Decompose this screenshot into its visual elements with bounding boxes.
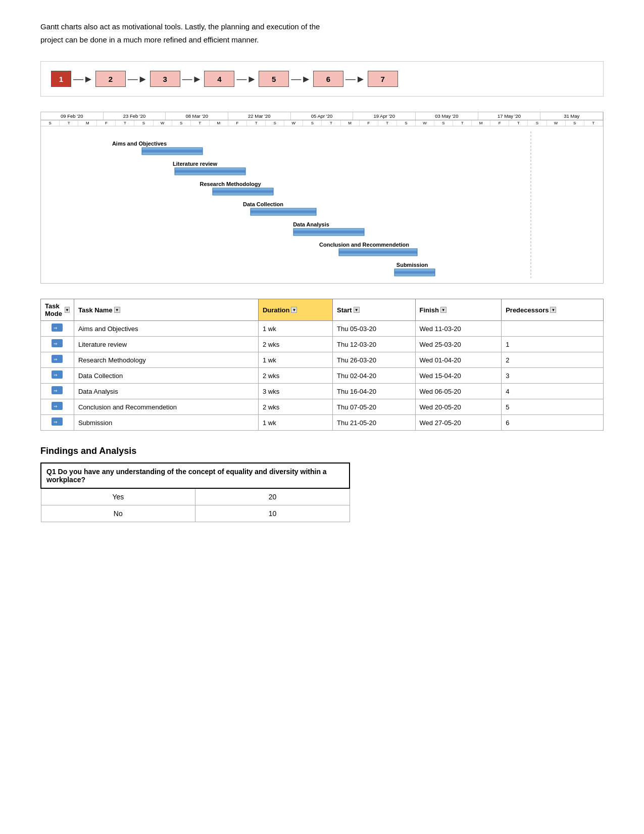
- task-icon-cell-6: ⇒: [41, 415, 74, 431]
- finish-cell-1: Wed 25-03-20: [415, 337, 502, 352]
- svg-text:⇒: ⇒: [54, 341, 58, 346]
- task-mode-filter[interactable]: ▼: [65, 307, 70, 313]
- start-cell-4: Thu 16-04-20: [332, 384, 415, 399]
- task-name-cell-5: Conclusion and Recommendetion: [74, 399, 258, 415]
- th-finish: Finish ▼: [415, 299, 502, 321]
- table-row: ⇒ Conclusion and Recommendetion 2 wks Th…: [41, 399, 604, 415]
- duration-cell-5: 2 wks: [258, 399, 332, 415]
- finish-cell-6: Wed 27-05-20: [415, 415, 502, 431]
- gantt-label-3: Research Methodology: [200, 181, 261, 187]
- gantt-bar-3: [213, 188, 273, 195]
- finish-cell-5: Wed 20-05-20: [415, 399, 502, 415]
- gantt-chart: 09 Feb '20 23 Feb '20 08 Mar '20 22 Mar …: [40, 112, 604, 284]
- predecessors-filter[interactable]: ▼: [550, 307, 556, 313]
- task-icon-cell-5: ⇒: [41, 399, 74, 415]
- predecessors-cell-2: 2: [502, 352, 604, 368]
- predecessors-cell-4: 4: [502, 384, 604, 399]
- start-cell-2: Thu 26-03-20: [332, 352, 415, 368]
- findings-heading: Findings and Analysis: [40, 446, 604, 456]
- th-task-mode: Task Mode ▼: [41, 299, 74, 321]
- task-name-filter[interactable]: ▼: [114, 307, 120, 313]
- gantt-day-row: STMF TSWS TMFT SWST MFTS WSTM FTSW ST: [41, 120, 603, 126]
- gantt-bar-4: [251, 208, 316, 215]
- gantt-label-2: Literature review: [173, 161, 217, 167]
- gantt-label-6: Conclusion and Recommendetion: [319, 242, 409, 248]
- task-icon-cell-4: ⇒: [41, 384, 74, 399]
- flow-arrow-5: —►: [291, 73, 311, 85]
- task-name-cell-2: Research Methodology: [74, 352, 258, 368]
- gantt-bar-7: [394, 269, 435, 276]
- flow-box-1: 1: [51, 71, 71, 87]
- gantt-label-4: Data Collection: [243, 201, 283, 207]
- intro-paragraph: Gantt charts also act as motivational to…: [40, 20, 604, 46]
- duration-cell-1: 2 wks: [258, 337, 332, 352]
- start-cell-3: Thu 02-04-20: [332, 368, 415, 384]
- q1-table: Q1 Do you have any understanding of the …: [40, 462, 350, 522]
- table-row: ⇒ Aims and Objectives 1 wk Thu 05-03-20 …: [41, 321, 604, 337]
- gantt-date-8: 17 May '20: [478, 112, 541, 120]
- task-name-cell-3: Data Collection: [74, 368, 258, 384]
- finish-cell-2: Wed 01-04-20: [415, 352, 502, 368]
- flow-arrow-6: —►: [345, 73, 366, 85]
- flow-box-2: 2: [95, 71, 126, 87]
- gantt-date-header: 09 Feb '20 23 Feb '20 08 Mar '20 22 Mar …: [41, 112, 603, 120]
- svg-text:⇒: ⇒: [54, 420, 58, 425]
- gantt-bar-5: [293, 228, 364, 236]
- duration-cell-4: 3 wks: [258, 384, 332, 399]
- duration-filter[interactable]: ▼: [291, 307, 297, 313]
- table-row: ⇒ Data Analysis 3 wks Thu 16-04-20 Wed 0…: [41, 384, 604, 399]
- duration-cell-3: 2 wks: [258, 368, 332, 384]
- gantt-date-7: 03 May '20: [416, 112, 478, 120]
- flow-diagram: 1 —► 2 —► 3 —► 4 —► 5 —► 6 —► 7: [40, 61, 604, 97]
- table-row: ⇒ Submission 1 wk Thu 21-05-20 Wed 27-05…: [41, 415, 604, 431]
- task-table: Task Mode ▼ Task Name ▼ Duration ▼ Start: [40, 299, 604, 431]
- flow-arrow-4: —►: [236, 73, 257, 85]
- gantt-date-5: 05 Apr '20: [291, 112, 354, 120]
- gantt-date-4: 22 Mar '20: [228, 112, 291, 120]
- task-name-cell-0: Aims and Objectives: [74, 321, 258, 337]
- flow-box-7: 7: [368, 71, 398, 87]
- finish-filter[interactable]: ▼: [440, 307, 447, 313]
- finish-cell-4: Wed 06-05-20: [415, 384, 502, 399]
- svg-text:⇒: ⇒: [54, 357, 58, 362]
- task-icon-cell-0: ⇒: [41, 321, 74, 337]
- flow-arrow-3: —►: [182, 73, 203, 85]
- gantt-date-2: 23 Feb '20: [104, 112, 166, 120]
- gantt-bar-1: [142, 148, 203, 155]
- th-start: Start ▼: [332, 299, 415, 321]
- start-cell-5: Thu 07-05-20: [332, 399, 415, 415]
- gantt-label-1: Aims and Objectives: [112, 141, 167, 147]
- start-cell-6: Thu 21-05-20: [332, 415, 415, 431]
- gantt-date-1: 09 Feb '20: [41, 112, 104, 120]
- finish-cell-0: Wed 11-03-20: [415, 321, 502, 337]
- duration-cell-6: 1 wk: [258, 415, 332, 431]
- findings-section: Findings and Analysis Q1 Do you have any…: [40, 446, 604, 522]
- gantt-bar-2: [175, 168, 245, 175]
- gantt-label-5: Data Analysis: [293, 221, 329, 227]
- q1-row: No 10: [41, 505, 350, 522]
- q1-label-0: Yes: [41, 488, 195, 505]
- svg-text:⇒: ⇒: [54, 404, 58, 409]
- duration-cell-2: 1 wk: [258, 352, 332, 368]
- flow-box-3: 3: [150, 71, 180, 87]
- finish-cell-3: Wed 15-04-20: [415, 368, 502, 384]
- th-predecessors: Predecessors ▼: [502, 299, 604, 321]
- svg-text:⇒: ⇒: [54, 373, 58, 378]
- task-name-cell-6: Submission: [74, 415, 258, 431]
- gantt-date-9: 31 May: [540, 112, 603, 120]
- task-name-cell-4: Data Analysis: [74, 384, 258, 399]
- flow-arrow-2: —►: [128, 73, 148, 85]
- svg-text:⇒: ⇒: [54, 326, 58, 331]
- flow-box-5: 5: [259, 71, 289, 87]
- predecessors-cell-0: [502, 321, 604, 337]
- table-row: ⇒ Literature review 2 wks Thu 12-03-20 W…: [41, 337, 604, 352]
- q1-value-1: 10: [195, 505, 350, 522]
- th-duration: Duration ▼: [258, 299, 332, 321]
- gantt-date-3: 08 Mar '20: [166, 112, 228, 120]
- flow-arrow-1: —►: [73, 73, 93, 85]
- start-filter[interactable]: ▼: [354, 307, 360, 313]
- q1-question: Q1 Do you have any understanding of the …: [41, 463, 350, 488]
- task-name-cell-1: Literature review: [74, 337, 258, 352]
- task-icon-cell-3: ⇒: [41, 368, 74, 384]
- flow-box-6: 6: [313, 71, 343, 87]
